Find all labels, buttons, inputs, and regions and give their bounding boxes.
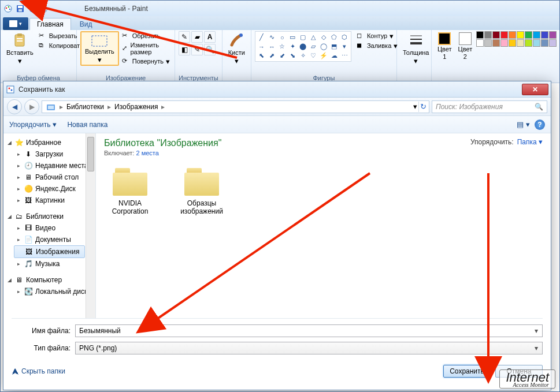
tab-home[interactable]: Главная: [29, 18, 71, 30]
tree-item[interactable]: 🖼Изображения: [14, 245, 85, 258]
color-swatch[interactable]: [517, 31, 524, 39]
dialog-nav: ◀ ▶ ▸ Библиотеки ▸ Изображения ▸ ▾ ↻ Пои…: [3, 98, 551, 116]
tab-view[interactable]: Вид: [72, 18, 100, 30]
color-swatch[interactable]: [492, 39, 500, 47]
crop-button[interactable]: ✂Обрезать: [121, 31, 171, 40]
chevron-down-icon: ▾: [18, 57, 22, 65]
tree-item[interactable]: ▸🎞Видео: [3, 222, 95, 234]
tool-text[interactable]: A: [204, 31, 216, 43]
tree-item[interactable]: ▸🕘Недавние места: [3, 160, 95, 171]
color-swatch[interactable]: [541, 39, 548, 47]
color-palette[interactable]: [476, 31, 557, 47]
ribbon-group-brushes: Кисти▾: [222, 30, 251, 83]
color-swatch[interactable]: [484, 31, 492, 39]
breadcrumb-seg-0[interactable]: Библиотеки: [64, 103, 106, 111]
file-menu-button[interactable]: ▾: [3, 17, 28, 30]
filetype-select[interactable]: PNG (*.png)▾: [75, 342, 543, 354]
dialog-titlebar: Сохранить как ✕: [3, 81, 551, 98]
svg-point-3: [9, 8, 11, 10]
tree-item[interactable]: ▸📄Документы: [3, 234, 95, 245]
qat-save-icon[interactable]: [15, 3, 25, 14]
tree-item[interactable]: ▸💽Локальный диск: [3, 286, 95, 297]
breadcrumb-seg-1[interactable]: Изображения: [112, 103, 160, 111]
svg-point-0: [5, 5, 12, 12]
refresh-icon[interactable]: ↻: [420, 103, 427, 110]
help-icon[interactable]: ?: [535, 120, 545, 130]
color-swatch[interactable]: [500, 39, 508, 47]
tree-libraries[interactable]: ◢🗂Библиотеки: [3, 211, 95, 222]
tool-picker[interactable]: ✎: [191, 44, 203, 55]
color2-button[interactable]: Цвет 2: [456, 31, 475, 61]
close-button[interactable]: ✕: [522, 84, 548, 95]
tree-item[interactable]: ▸🖥Рабочий стол: [3, 171, 95, 183]
organize-button[interactable]: Упорядочить ▾: [9, 121, 57, 129]
folder-item[interactable]: NVIDIA Corporation: [104, 166, 156, 215]
tool-fill[interactable]: ▰: [191, 31, 203, 43]
shape-fill-button[interactable]: ◼Заливка ▾: [355, 41, 399, 50]
svg-rect-20: [48, 106, 54, 109]
ribbon-group-size: Толщина▾: [397, 30, 432, 83]
library-locations-link[interactable]: 2 места: [136, 150, 158, 156]
sort-dropdown[interactable]: Папка ▾: [517, 138, 543, 146]
color-swatch[interactable]: [509, 39, 516, 47]
tool-zoom[interactable]: 🔍: [204, 44, 216, 55]
tree-scrollbar[interactable]: [86, 133, 95, 318]
tool-pencil[interactable]: ✎: [179, 31, 190, 43]
color-swatch[interactable]: [525, 39, 532, 47]
color-swatch[interactable]: [549, 31, 557, 39]
breadcrumb-root-icon[interactable]: [44, 103, 58, 111]
tree-item[interactable]: ▸🎵Музыка: [3, 258, 95, 270]
color-swatch[interactable]: [492, 31, 500, 39]
tree-item[interactable]: ▸⬇Загрузки: [3, 148, 95, 160]
new-folder-button[interactable]: Новая папка: [67, 121, 107, 129]
color-swatch[interactable]: [484, 39, 492, 47]
color-swatch[interactable]: [509, 31, 516, 39]
breadcrumb[interactable]: ▸ Библиотеки ▸ Изображения ▸ ▾ ↻: [42, 100, 429, 113]
search-input[interactable]: Поиск: Изображения 🔍: [432, 100, 547, 113]
shape-gallery[interactable]: ╱∿○▭▢△◇⬠⬡ →↔☆✦⬤▱◯⬒▾ ⬉⬈⬋⬊✧♡⚡☁⋯: [255, 31, 351, 62]
brushes-button[interactable]: Кисти▾: [226, 31, 247, 66]
paste-label: Вставить: [6, 49, 34, 57]
color-swatch[interactable]: [525, 31, 532, 39]
svg-point-2: [8, 6, 10, 8]
color-swatch[interactable]: [476, 31, 484, 39]
nav-forward-button[interactable]: ▶: [24, 99, 39, 114]
svg-point-1: [6, 7, 8, 9]
folder-item[interactable]: Образцы изображений: [176, 166, 228, 215]
nav-tree: ◢⭐Избранное ▸⬇Загрузки▸🕘Недавние места▸🖥…: [3, 133, 96, 318]
color-swatch[interactable]: [541, 31, 548, 39]
color-swatch[interactable]: [500, 31, 508, 39]
hide-folders-link[interactable]: ⮝Скрыть папки: [12, 367, 65, 375]
svg-rect-8: [17, 33, 22, 36]
paste-button[interactable]: Вставить▾: [4, 31, 36, 66]
tree-computer[interactable]: ◢🖥Компьютер: [3, 274, 95, 286]
save-button[interactable]: Сохранить: [443, 365, 491, 378]
shape-outline-button[interactable]: ◻Контур ▾: [355, 31, 399, 40]
tool-eraser[interactable]: ◧: [179, 44, 190, 55]
nav-back-button[interactable]: ◀: [7, 99, 22, 114]
tree-item[interactable]: ▸🖼Картинки: [3, 195, 95, 206]
qat-undo-icon[interactable]: [27, 3, 38, 14]
breadcrumb-dropdown-icon[interactable]: ▾: [413, 103, 417, 110]
color-swatch[interactable]: [517, 39, 524, 47]
rotate-button[interactable]: ⟳Повернуть ▾: [121, 57, 171, 66]
select-button[interactable]: Выделить▾: [80, 31, 119, 66]
ribbon-tabs: ▾ Главная Вид: [1, 16, 559, 30]
chevron-down-icon[interactable]: ▾: [532, 326, 541, 335]
tree-item[interactable]: ▸🟡Яндекс.Диск: [3, 183, 95, 195]
color-swatch[interactable]: [533, 39, 540, 47]
filename-input[interactable]: Безымянный▾: [75, 324, 543, 337]
chevron-down-icon[interactable]: ▾: [532, 344, 541, 353]
dialog-toolbar: Упорядочить ▾ Новая папка ▤ ▾ ?: [3, 116, 551, 133]
qat-redo-icon[interactable]: [39, 3, 50, 14]
size-button[interactable]: Толщина▾: [400, 31, 432, 66]
tree-favorites[interactable]: ◢⭐Избранное: [3, 137, 95, 148]
color-swatch[interactable]: [476, 39, 484, 47]
color-swatch[interactable]: [533, 31, 540, 39]
color1-button[interactable]: Цвет 1: [435, 31, 454, 61]
filetype-label: Тип файла:: [12, 344, 75, 352]
view-mode-button[interactable]: ▤ ▾: [517, 121, 530, 128]
resize-button[interactable]: ⤢Изменить размер: [121, 41, 171, 56]
color-swatch[interactable]: [549, 39, 557, 47]
svg-rect-6: [18, 9, 22, 12]
